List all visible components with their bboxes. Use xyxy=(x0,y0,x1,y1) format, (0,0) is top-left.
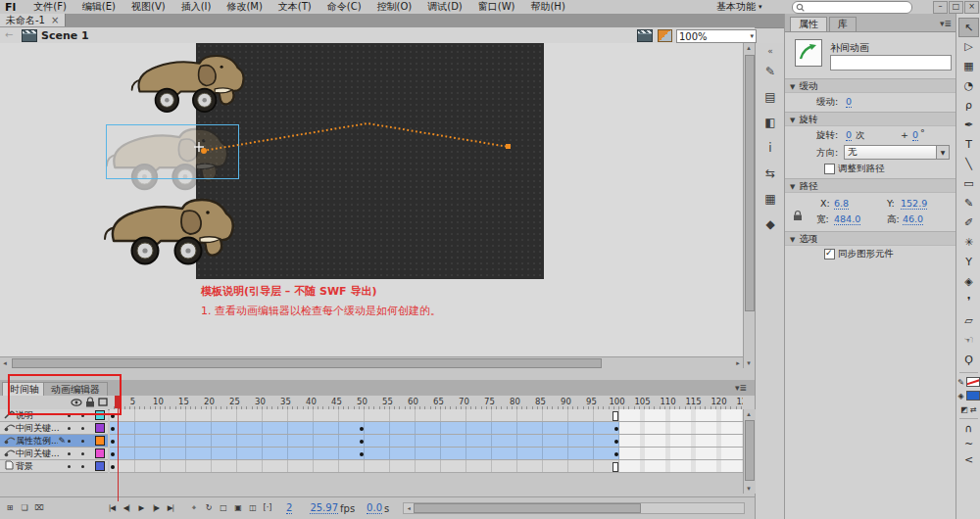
section-rotation[interactable]: ▼旋转 xyxy=(785,112,956,126)
sync-graphic-symbols-checkbox[interactable] xyxy=(824,249,835,260)
layer-visible-dot[interactable] xyxy=(68,414,71,417)
instance-name-input[interactable] xyxy=(830,55,952,71)
menu-item-8[interactable]: 调试(D) xyxy=(419,1,470,12)
restore-button[interactable]: □ xyxy=(949,1,963,14)
width-value[interactable]: 484.0 xyxy=(834,213,860,225)
tab-library[interactable]: 库 xyxy=(829,17,857,31)
lock-unlock-all-layers-icon[interactable] xyxy=(85,397,95,407)
current-frame-indicator[interactable]: 2 xyxy=(286,502,292,514)
frames-horizontal-scrollbar[interactable]: ◂ xyxy=(403,502,745,514)
fill-color-control[interactable]: ◈ xyxy=(956,389,980,402)
menu-item-3[interactable]: 插入(I) xyxy=(173,1,220,12)
loop-button[interactable]: ↻ xyxy=(202,501,216,515)
lasso-tool[interactable]: ρ xyxy=(958,96,979,116)
height-value[interactable]: 46.0 xyxy=(903,213,923,225)
snap-magnet-button[interactable]: ∩ xyxy=(958,421,979,437)
menu-item-9[interactable]: 窗口(W) xyxy=(470,1,523,12)
close-tab-icon[interactable]: × xyxy=(51,15,59,25)
show-all-layers-as-outlines-icon[interactable] xyxy=(98,398,108,406)
subselection-tool[interactable]: ▷ xyxy=(958,37,979,57)
rotation-count[interactable]: 0 xyxy=(846,129,852,141)
brush-tool[interactable]: ✐ xyxy=(958,213,979,233)
elephant-car-bottom[interactable] xyxy=(102,192,239,270)
align-panel-icon[interactable]: ▤ xyxy=(760,87,780,107)
keyframe-dot[interactable] xyxy=(111,452,115,456)
free-transform-tool[interactable]: ▦ xyxy=(958,57,979,76)
color-panel-icon[interactable]: ◧ xyxy=(760,113,780,132)
go-first-frame-button[interactable]: |◀ xyxy=(105,501,119,515)
panel-menu-icon[interactable]: ▾≣ xyxy=(940,19,952,28)
new-layer-button[interactable]: ⊞ xyxy=(3,501,17,515)
layer-row-0[interactable]: 说明 xyxy=(0,409,108,422)
edit-multiple-frames-button[interactable]: ◫ xyxy=(246,501,260,515)
stroke-color-control[interactable]: ✎ xyxy=(956,375,980,389)
pencil-tool[interactable]: ✎ xyxy=(958,194,979,213)
search-input[interactable] xyxy=(805,2,902,13)
lock-dimensions-icon[interactable] xyxy=(793,210,803,221)
play-button[interactable]: ▶ xyxy=(134,501,148,515)
frame-span[interactable] xyxy=(110,435,619,447)
scroll-up-icon[interactable]: ▴ xyxy=(744,43,754,53)
selection-tool[interactable]: ↖ xyxy=(958,18,979,37)
3d-rotation-tool[interactable]: ◔ xyxy=(958,76,979,96)
layer-visible-dot[interactable] xyxy=(68,440,71,443)
transform-panel-icon[interactable]: ⇆ xyxy=(760,164,780,183)
info-panel-icon[interactable]: i xyxy=(760,138,780,158)
layer-row-1[interactable]: 中间关键... xyxy=(0,422,108,435)
center-frame-button[interactable]: ⌖ xyxy=(187,501,201,515)
go-last-frame-button[interactable]: ▶| xyxy=(164,501,177,515)
delete-layer-button[interactable]: ⌧ xyxy=(32,501,46,515)
frame-span[interactable] xyxy=(110,409,619,421)
rotation-angle[interactable]: 0 xyxy=(912,129,918,141)
show-hide-all-layers-icon[interactable] xyxy=(71,398,82,407)
frame-row-4[interactable] xyxy=(110,460,743,473)
scroll-down-icon[interactable]: ▾ xyxy=(744,484,754,494)
layer-lock-dot[interactable] xyxy=(81,452,84,455)
eyedropper-tool[interactable]: ❜ xyxy=(958,292,979,311)
stage-zoom-select[interactable]: 100% ▾ xyxy=(676,29,757,43)
edit-symbols-icon[interactable] xyxy=(658,29,672,42)
layer-visible-dot[interactable] xyxy=(68,452,71,455)
keyframe-dot[interactable] xyxy=(111,414,115,418)
menu-item-1[interactable]: 编辑(E) xyxy=(74,1,123,12)
close-button[interactable]: × xyxy=(964,1,979,14)
swap-colors-icon[interactable]: ⇄ xyxy=(970,405,977,414)
layer-visible-dot[interactable] xyxy=(68,427,71,430)
section-ease[interactable]: ▼缓动 xyxy=(785,78,956,93)
edit-scene-icon[interactable] xyxy=(637,29,653,42)
frame-row-3[interactable] xyxy=(110,448,743,460)
keyframe-dot[interactable] xyxy=(111,440,115,444)
frame-ruler[interactable]: 5101520253035404550556065707580859095100… xyxy=(110,396,743,409)
layer-visible-dot[interactable] xyxy=(68,465,71,468)
direction-dropdown[interactable]: 无 ▼ xyxy=(844,145,950,160)
modify-markers-button[interactable]: [·] xyxy=(261,501,274,515)
eraser-tool[interactable]: ▱ xyxy=(958,311,979,331)
layer-row-4[interactable]: 背景 xyxy=(0,460,108,473)
black-white-swatch-icon[interactable]: ◩ xyxy=(960,405,968,414)
onion-skin-outlines-button[interactable]: ▣ xyxy=(231,501,245,515)
hand-tool[interactable]: ☜ xyxy=(958,331,979,351)
bone-tool[interactable]: Y xyxy=(958,253,979,272)
expand-panels-icon[interactable]: « xyxy=(756,46,785,56)
motion-presets-panel-icon[interactable]: ✎ xyxy=(760,62,780,81)
scroll-up-icon[interactable]: ▴ xyxy=(744,409,754,419)
frame-row-1[interactable] xyxy=(110,422,743,435)
components-panel-icon[interactable]: ◆ xyxy=(760,214,780,234)
keyframe-dot[interactable] xyxy=(111,465,115,469)
frame-row-0[interactable] xyxy=(110,409,743,422)
frame-span[interactable] xyxy=(110,448,619,459)
layer-lock-dot[interactable] xyxy=(81,465,84,468)
menu-item-4[interactable]: 修改(M) xyxy=(219,1,270,12)
paint-bucket-tool[interactable]: ◈ xyxy=(958,272,979,292)
elephant-car-top[interactable] xyxy=(129,49,249,118)
x-value[interactable]: 6.8 xyxy=(834,198,849,210)
scroll-right-icon[interactable]: ▸ xyxy=(733,358,743,368)
frame-span[interactable] xyxy=(110,460,619,472)
menu-item-2[interactable]: 视图(V) xyxy=(123,1,173,12)
layer-row-3[interactable]: 中间关键... xyxy=(0,448,108,460)
stage-vertical-scrollbar[interactable]: ▴ ▾ xyxy=(743,43,755,368)
section-path[interactable]: ▼路径 xyxy=(785,178,956,193)
step-forward-button[interactable]: |▶ xyxy=(149,501,163,515)
back-arrow-icon[interactable]: ← xyxy=(5,29,13,40)
smooth-button[interactable]: ~ xyxy=(958,437,979,452)
